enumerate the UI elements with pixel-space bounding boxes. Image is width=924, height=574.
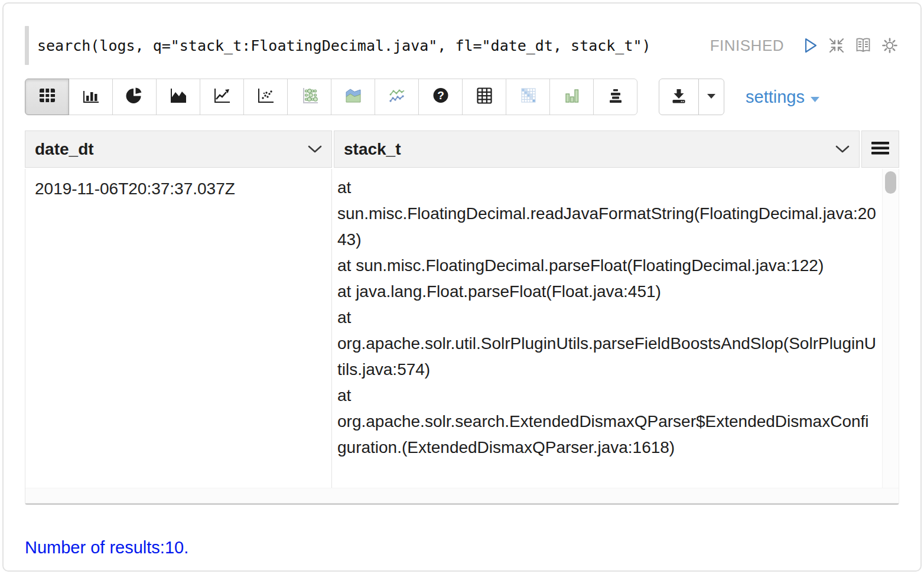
- bar-chart-button[interactable]: [69, 79, 113, 115]
- column-menu-chevron-icon[interactable]: [308, 145, 322, 154]
- paragraph-controls: [801, 36, 899, 55]
- table-icon: [37, 86, 58, 107]
- column-label: stack_t: [344, 140, 401, 159]
- horizontal-scrollbar[interactable]: [25, 488, 899, 503]
- settings-toggle[interactable]: settings: [746, 87, 820, 107]
- stacked-area-chart-icon: [343, 86, 364, 107]
- pie-chart-icon: [124, 86, 145, 107]
- status-badge: FINISHED: [710, 37, 784, 55]
- help-button[interactable]: ?: [418, 79, 463, 115]
- word-cloud-icon: [605, 86, 626, 107]
- download-icon: [670, 87, 688, 107]
- caret-down-icon: [706, 92, 717, 102]
- help-icon: ?: [430, 86, 451, 107]
- result-table: date_dt stack_t 2019-11-06T20:37:37.037Z…: [25, 131, 899, 505]
- download-button[interactable]: [659, 79, 699, 115]
- column-label: date_dt: [35, 140, 94, 159]
- heatmap-icon: [518, 86, 539, 107]
- vertical-scrollbar[interactable]: [882, 169, 899, 488]
- editor-gutter: [25, 26, 29, 65]
- column-chart-icon: [561, 86, 583, 107]
- collapse-icon[interactable]: [827, 36, 846, 55]
- column-header-stack-t[interactable]: stack_t: [334, 131, 860, 168]
- multi-line-chart-icon: [386, 86, 408, 107]
- notebook-paragraph: search(logs, q="stack_t:FloatingDecimal.…: [2, 2, 922, 572]
- line-chart-icon: [212, 86, 233, 107]
- area-chart-button[interactable]: [156, 79, 200, 115]
- pivot-table-button[interactable]: [462, 79, 506, 115]
- settings-label: settings: [746, 87, 805, 107]
- cell-date-dt: 2019-11-06T20:37:37.037Z: [25, 169, 332, 488]
- stacked-area-chart-button[interactable]: [331, 79, 375, 115]
- heatmap-button[interactable]: [506, 79, 550, 115]
- scatter-chart-icon: [255, 86, 276, 107]
- area-chart-icon: [168, 86, 189, 107]
- svg-text:?: ?: [437, 89, 444, 102]
- pivot-table-icon: [474, 86, 495, 107]
- download-split-button: [659, 79, 724, 115]
- bubble-matrix-chart-icon: [299, 86, 320, 107]
- column-chart-button[interactable]: [549, 79, 594, 115]
- bar-chart-icon: [80, 86, 102, 107]
- pie-chart-button[interactable]: [112, 79, 157, 115]
- table-button[interactable]: [25, 79, 69, 115]
- paragraph-header: search(logs, q="stack_t:FloatingDecimal.…: [25, 26, 899, 65]
- table-menu-button[interactable]: [861, 131, 899, 168]
- table-body: 2019-11-06T20:37:37.037Z at sun.misc.Flo…: [25, 169, 899, 488]
- line-chart-button[interactable]: [200, 79, 244, 115]
- settings-caret-icon: [811, 87, 820, 107]
- code-editor[interactable]: search(logs, q="stack_t:FloatingDecimal.…: [37, 37, 651, 54]
- scrollbar-thumb[interactable]: [885, 171, 896, 194]
- results-count-text: Number of results:10.: [25, 538, 899, 557]
- show-editor-icon[interactable]: [854, 36, 873, 55]
- visualization-toolbar: ? settings: [25, 79, 899, 115]
- cell-stack-t: at sun.misc.FloatingDecimal.readJavaForm…: [332, 169, 882, 488]
- table-viewport: 2019-11-06T20:37:37.037Z at sun.misc.Flo…: [25, 169, 899, 505]
- scatter-chart-button[interactable]: [243, 79, 288, 115]
- word-cloud-button[interactable]: [593, 79, 637, 115]
- download-options-button[interactable]: [698, 79, 724, 115]
- column-header-date-dt[interactable]: date_dt: [25, 131, 332, 168]
- column-menu-chevron-icon[interactable]: [835, 145, 850, 154]
- gear-icon[interactable]: [880, 36, 899, 55]
- chart-type-buttons: ?: [25, 79, 637, 115]
- bubble-matrix-chart-button[interactable]: [287, 79, 331, 115]
- table-header: date_dt stack_t: [25, 131, 899, 168]
- run-icon[interactable]: [801, 36, 819, 55]
- multi-line-chart-button[interactable]: [375, 79, 419, 115]
- hamburger-menu-icon: [870, 141, 890, 158]
